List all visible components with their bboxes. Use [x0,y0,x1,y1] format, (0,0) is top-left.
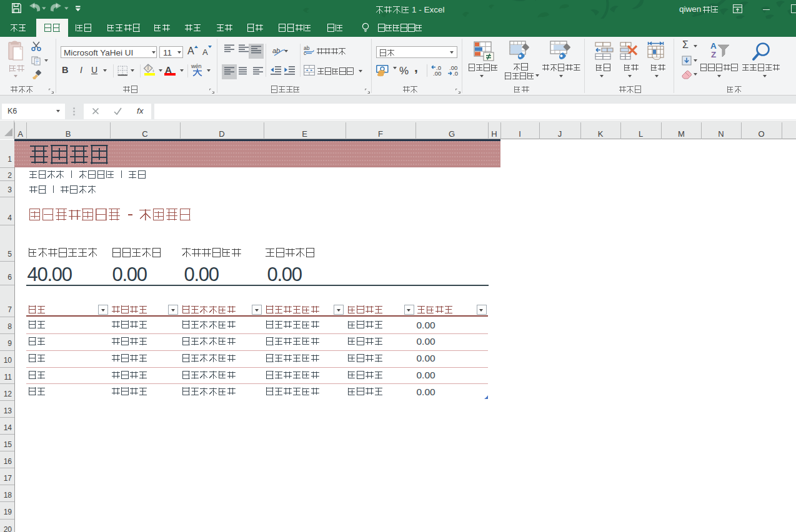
svg-text:Z: Z [711,50,716,59]
svg-text:.00: .00 [433,70,441,76]
svg-text:A: A [710,41,717,51]
svg-text:.0: .0 [453,70,458,76]
svg-text:ab: ab [272,47,280,54]
svg-text:wén: wén [191,63,202,69]
